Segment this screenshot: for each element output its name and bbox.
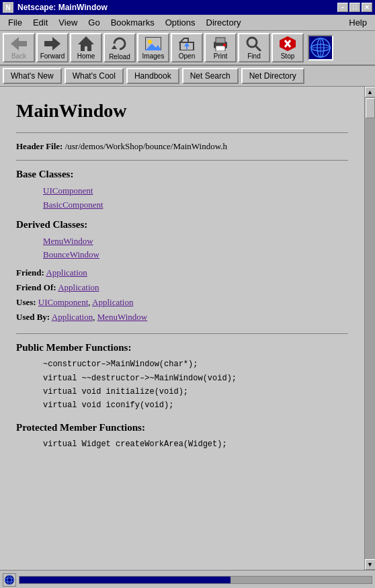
print-icon (211, 36, 230, 51)
open-button[interactable]: Open (171, 33, 203, 62)
derived-class-menuwindow[interactable]: MenuWindow (43, 236, 93, 246)
images-icon (144, 36, 163, 51)
derived-classes-list: MenuWindow BounceWindow (43, 235, 348, 263)
derived-classes-heading: Derived Classes: (16, 219, 348, 230)
menu-file[interactable]: File (3, 16, 28, 29)
divider-3 (16, 333, 348, 334)
scrollbar[interactable]: ▲ ▼ (364, 87, 375, 570)
menu-help[interactable]: Help (343, 16, 372, 29)
title-bar: N Netscape: MainWindow − □ ✕ (0, 0, 375, 15)
uses-value-1[interactable]: Application (92, 297, 133, 307)
svg-point-5 (148, 40, 152, 44)
status-progress-fill (19, 577, 231, 583)
svg-marker-3 (112, 45, 117, 49)
menu-go[interactable]: Go (83, 16, 105, 29)
header-file-value: /usr/demos/WorkShop/bounce/MainWindow.h (65, 141, 227, 151)
public-func-0: ~constructor–>MainWindow(char*); (43, 358, 348, 371)
friend-of-value[interactable]: Application (58, 282, 99, 292)
protected-functions-list: virtual Widget createWorkArea(Widget); (43, 437, 348, 451)
back-button[interactable]: Back (3, 33, 35, 62)
print-label: Print (214, 52, 228, 60)
open-label: Open (179, 52, 195, 60)
page-title: MainWindow (16, 100, 348, 122)
minimize-button[interactable]: − (337, 3, 348, 12)
status-bar (0, 570, 375, 588)
find-label: Find (247, 52, 260, 60)
menu-options[interactable]: Options (160, 16, 201, 29)
used-by-value-0[interactable]: Application (52, 312, 93, 322)
base-classes-heading: Base Classes: (16, 169, 348, 180)
home-button[interactable]: Home (70, 33, 102, 62)
reload-button[interactable]: Reload (103, 33, 136, 62)
svg-point-15 (247, 38, 257, 47)
back-icon (9, 36, 28, 51)
used-by-value-1[interactable]: MenuWindow (97, 312, 148, 322)
header-file-row: Header File: /usr/demos/WorkShop/bounce/… (16, 141, 348, 152)
derived-class-bouncewindow[interactable]: BounceWindow (43, 249, 99, 259)
find-button[interactable]: Find (238, 33, 270, 62)
whats-cool-button[interactable]: What's Cool (65, 68, 124, 84)
uses-label: Uses: (16, 297, 36, 307)
public-func-3: virtual void iconify(void); (43, 398, 348, 412)
base-class-basiccomponent[interactable]: BasicComponent (43, 200, 103, 210)
svg-point-14 (223, 44, 226, 46)
home-label: Home (77, 52, 95, 60)
protected-func-0: virtual Widget createWorkArea(Widget); (43, 437, 348, 451)
friend-of-label: Friend Of: (16, 282, 56, 292)
status-progress-bar (19, 576, 372, 584)
stop-label: Stop (281, 52, 295, 60)
forward-button[interactable]: Forward (36, 33, 69, 62)
images-label: Images (142, 52, 165, 60)
menu-edit[interactable]: Edit (28, 16, 53, 29)
back-label: Back (11, 52, 26, 60)
friend-value[interactable]: Application (46, 267, 87, 278)
netscape-logo (308, 35, 333, 60)
handbook-button[interactable]: Handbook (126, 68, 179, 84)
protected-functions-heading: Protected Member Functions: (16, 422, 348, 433)
print-button[interactable]: Print (204, 33, 237, 62)
uses-value-0[interactable]: UIComponent (38, 297, 88, 307)
window-controls[interactable]: − □ ✕ (337, 3, 372, 12)
scroll-thumb[interactable] (366, 98, 375, 118)
open-icon (177, 36, 196, 51)
find-icon (245, 36, 263, 51)
menu-bookmarks[interactable]: Bookmarks (106, 16, 160, 29)
base-class-uicomponent[interactable]: UIComponent (43, 185, 93, 196)
svg-marker-1 (44, 37, 60, 50)
stop-icon (278, 36, 297, 51)
uses-row: Uses: UIComponent, Application (16, 297, 348, 308)
menu-view[interactable]: View (53, 16, 83, 29)
friend-of-row: Friend Of: Application (16, 282, 348, 293)
menu-directory[interactable]: Directory (201, 16, 247, 29)
svg-marker-0 (11, 37, 27, 50)
forward-icon (43, 36, 62, 51)
stop-button[interactable]: Stop (272, 33, 304, 62)
public-func-2: virtual void initialize(void); (43, 385, 348, 398)
nav-buttons-bar: What's New What's Cool Handbook Net Sear… (0, 66, 375, 87)
window-title: Netscape: MainWindow (17, 3, 108, 12)
public-functions-heading: Public Member Functions: (16, 342, 348, 353)
reload-icon (110, 36, 129, 52)
content-area: MainWindow Header File: /usr/demos/WorkS… (0, 87, 364, 570)
net-directory-button[interactable]: Net Directory (241, 68, 304, 84)
divider-1 (16, 132, 348, 133)
maximize-button[interactable]: □ (349, 3, 360, 12)
app-icon: N (3, 2, 13, 13)
friend-label: Friend: (16, 267, 44, 278)
toolbar: Back Forward Home Reload (0, 31, 375, 66)
svg-rect-12 (216, 38, 225, 43)
svg-rect-13 (216, 46, 225, 51)
reload-label: Reload (109, 53, 130, 60)
whats-new-button[interactable]: What's New (3, 68, 62, 84)
scroll-up-button[interactable]: ▲ (365, 87, 376, 97)
scroll-track (365, 97, 376, 559)
used-by-label: Used By: (16, 312, 50, 322)
forward-label: Forward (40, 52, 65, 60)
close-button[interactable]: ✕ (362, 3, 372, 12)
svg-marker-8 (180, 38, 188, 42)
status-globe-icon (3, 573, 16, 587)
net-search-button[interactable]: Net Search (182, 68, 239, 84)
header-file-label: Header File: (16, 141, 62, 151)
scroll-down-button[interactable]: ▼ (365, 559, 376, 570)
images-button[interactable]: Images (137, 33, 169, 62)
